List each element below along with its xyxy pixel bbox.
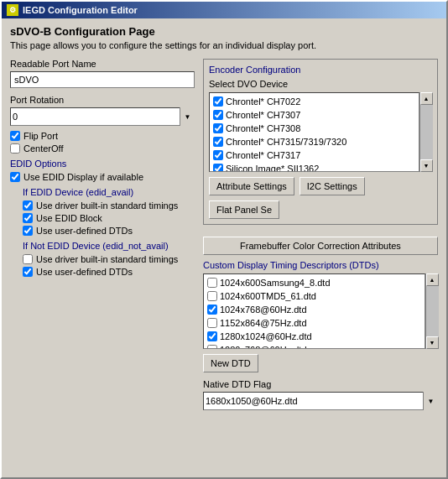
native-dtd-wrapper: 1680x1050@60Hz.dtd 1024x768@60Hz.dtd 128… [203,392,438,410]
list-item: 1024x768@60Hz.dtd [206,303,410,316]
use-edid-checkbox[interactable] [10,172,20,182]
dtd-item-0-checkbox[interactable] [207,278,217,288]
new-dtd-button[interactable]: New DTD [203,354,258,372]
encoder-section: Encoder Configuration Select DVO Device … [203,59,438,225]
dtd-scrollbar-track [426,286,439,336]
edid-block-checkbox[interactable] [23,213,33,223]
list-item: Chrontel* CH7307 [211,108,417,122]
i2c-settings-button[interactable]: I2C Settings [300,177,365,195]
readable-port-name-input[interactable] [10,71,195,88]
list-item: Chrontel* CH7315/7319/7320 [211,135,417,148]
dtd-item-4-checkbox[interactable] [207,331,217,341]
dtd-list: 1024x600Samsung4_8.dtd 1024x600TMD5_61.d… [203,273,425,349]
dvo-item-3-label: Chrontel* CH7315/7319/7320 [226,136,346,148]
center-off-checkbox[interactable] [10,143,20,154]
dvo-item-5-label: Silicon Image* SII1362 [226,163,319,172]
dtd-item-0-label: 1024x600Samsung4_8.dtd [220,277,331,289]
dvo-item-5-checkbox[interactable] [213,164,223,172]
list-item: Chrontel* CH7317 [211,148,417,162]
dtd-scrollbar-down-btn[interactable]: ▼ [426,336,439,349]
scrollbar-up-btn[interactable]: ▲ [420,92,433,105]
dvo-device-list-container: Chrontel* CH7022 Chrontel* CH7307 Chront… [209,92,432,172]
user-dtd-row: Use user-defined DTDs [23,226,195,236]
dvo-item-1-label: Chrontel* CH7307 [226,109,300,121]
native-dtd-section: Native DTD Flag 1680x1050@60Hz.dtd 1024x… [203,379,438,410]
scrollbar-down-btn[interactable]: ▼ [420,159,433,172]
flip-port-checkbox[interactable] [10,131,20,141]
dtd-item-3-checkbox[interactable] [207,318,217,328]
window-icon: ⚙ [7,4,18,16]
user-dtd-label: Use user-defined DTDs [36,226,133,236]
user-dtd-checkbox[interactable] [23,226,33,236]
driver-standard-row: Use driver built-in standard timings [23,200,195,211]
user-dtd2-label: Use user-defined DTDs [36,267,133,277]
main-window: ⚙ IEGD Configuration Editor sDVO-B Confi… [0,0,448,479]
use-edid-label: Use EDID Display if available [23,172,143,182]
encoder-buttons-row: Attribute Settings I2C Settings Flat Pan… [209,177,432,219]
encoder-config-title: Encoder Configuration [209,65,432,75]
driver-standard-label: Use driver built-in standard timings [36,200,178,211]
page-description: This page allows you to configure the se… [10,40,438,50]
dtd-item-2-checkbox[interactable] [207,305,217,315]
flat-panel-button[interactable]: Flat Panel Se [209,200,279,219]
port-rotation-wrapper: 0 90 180 270 ▼ [10,107,195,126]
flip-port-row: Flip Port [10,131,195,141]
user-dtd2-checkbox[interactable] [23,267,33,277]
dvo-item-4-label: Chrontel* CH7317 [226,149,300,161]
dvo-item-2-checkbox[interactable] [213,123,223,133]
list-item: 1152x864@75Hz.dtd [206,316,410,330]
list-item: Chrontel* CH7022 [211,95,417,108]
framebuffer-button[interactable]: Framebuffer Color Correction Attributes [203,237,438,255]
main-layout: Readable Port Name Port Rotation 0 90 18… [10,59,438,410]
dtd-item-4-label: 1280x1024@60Hz.dtd [220,331,312,342]
native-dtd-select[interactable]: 1680x1050@60Hz.dtd 1024x768@60Hz.dtd 128… [203,392,438,410]
list-item: 1280x768@60Hz.dtd [206,343,410,349]
center-off-row: CenterOff [10,143,195,154]
scrollbar-track [420,105,433,159]
right-panel: Encoder Configuration Select DVO Device … [203,59,438,410]
dvo-device-list: Chrontel* CH7022 Chrontel* CH7307 Chront… [209,92,419,172]
flip-port-label: Flip Port [23,131,58,141]
readable-port-name-label: Readable Port Name [10,59,195,69]
dtd-list-scrollbar: ▲ ▼ [425,273,438,349]
attribute-settings-button[interactable]: Attribute Settings [209,177,294,195]
driver-standard2-checkbox[interactable] [23,254,33,264]
dtd-scrollbar-up-btn[interactable]: ▲ [426,273,439,286]
list-item: 1024x600TMD5_61.dtd [206,289,410,303]
native-dtd-flag-label: Native DTD Flag [203,379,438,389]
dvo-item-4-checkbox[interactable] [213,150,223,160]
edid-block-label: Use EDID Block [36,213,102,223]
page-title: sDVO-B Configuration Page [10,25,438,38]
edid-block-row: Use EDID Block [23,213,195,223]
left-panel: Readable Port Name Port Rotation 0 90 18… [10,59,195,410]
dtd-item-5-label: 1280x768@60Hz.dtd [220,344,307,349]
new-dtd-row: New DTD [203,354,438,372]
title-bar: ⚙ IEGD Configuration Editor [2,2,446,18]
dvo-item-3-checkbox[interactable] [213,137,223,147]
dtd-title: Custom Display Timing Descriptors (DTDs) [203,260,438,270]
not-edid-section: If Not EDID Device (edid_not_avail) Use … [10,241,195,277]
list-item: 1280x1024@60Hz.dtd [206,330,410,343]
dtd-section: Custom Display Timing Descriptors (DTDs)… [203,260,438,410]
port-rotation-select[interactable]: 0 90 180 270 [10,107,195,126]
dtd-item-3-label: 1152x864@75Hz.dtd [220,317,307,329]
window-title: IEGD Configuration Editor [23,5,138,15]
flip-section: Flip Port CenterOff [10,131,195,154]
dvo-item-0-checkbox[interactable] [213,96,223,107]
dvo-item-1-checkbox[interactable] [213,110,223,120]
user-dtd2-row: Use user-defined DTDs [23,267,195,277]
if-edid-label: If EDID Device (edid_avail) [23,187,195,197]
dtd-item-2-label: 1024x768@60Hz.dtd [220,304,307,315]
list-item: 1024x600Samsung4_8.dtd [206,276,410,289]
select-dvo-device-label: Select DVO Device [209,79,432,89]
if-not-edid-label: If Not EDID Device (edid_not_avail) [23,241,195,251]
dtd-item-1-checkbox[interactable] [207,291,217,301]
use-edid-row: Use EDID Display if available [10,172,195,182]
dvo-list-scrollbar: ▲ ▼ [419,92,432,172]
page-content: sDVO-B Configuration Page This page allo… [2,18,446,417]
center-off-label: CenterOff [23,143,64,154]
dtd-item-5-checkbox[interactable] [207,345,217,349]
driver-standard2-label: Use driver built-in standard timings [36,254,178,264]
list-item: Chrontel* CH7308 [211,122,417,135]
driver-standard-checkbox[interactable] [23,200,33,211]
